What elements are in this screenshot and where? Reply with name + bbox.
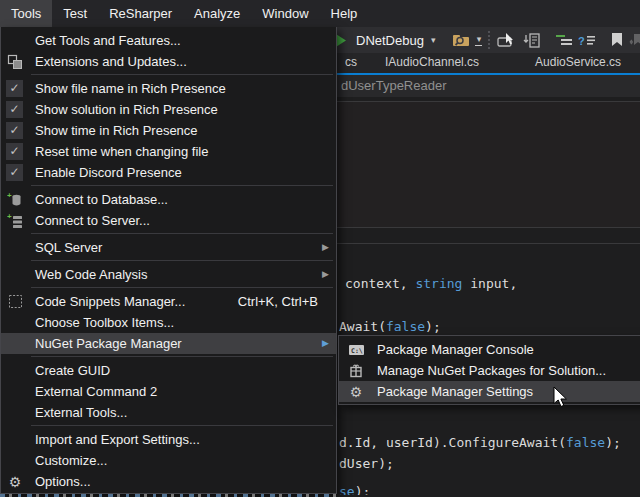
menu-item-manage-nuget-packages-for-solution[interactable]: Manage NuGet Packages for Solution... bbox=[339, 360, 640, 381]
menu-item-create-guid[interactable]: Create GUID bbox=[1, 360, 336, 381]
menu-item-choose-toolbox-items[interactable]: Choose Toolbox Items... bbox=[1, 312, 336, 333]
menu-item-package-manager-settings[interactable]: ⚙Package Manager Settings bbox=[339, 381, 640, 402]
menu-item-label: Reset time when changing file bbox=[35, 144, 208, 159]
mouse-cursor bbox=[553, 386, 568, 408]
menu-item-extensions-and-updates[interactable]: Extensions and Updates... bbox=[1, 51, 336, 72]
menu-item-label: Show solution in Rich Presence bbox=[35, 102, 218, 117]
search-folder-icon bbox=[452, 32, 470, 48]
run-button[interactable] bbox=[337, 28, 350, 52]
menu-item-label: Customize... bbox=[35, 453, 107, 468]
menu-item-label: Package Manager Console bbox=[377, 342, 534, 357]
code-token: ); bbox=[425, 319, 441, 334]
menubar-item-tools[interactable]: Tools bbox=[0, 0, 52, 27]
check-icon: ✓ bbox=[6, 101, 23, 118]
toolbar-grip bbox=[488, 31, 490, 49]
build-config-label[interactable]: DNetDebug bbox=[356, 33, 424, 48]
code-token: false bbox=[566, 435, 605, 450]
menu-item-label: Package Manager Settings bbox=[377, 384, 533, 399]
svg-text:?: ? bbox=[578, 35, 585, 47]
submenu-arrow-icon: ▶ bbox=[322, 264, 329, 285]
menu-item-code-snippets-manager[interactable]: Code Snippets Manager...Ctrl+K, Ctrl+B bbox=[1, 291, 336, 312]
menu-item-label: Create GUID bbox=[35, 363, 110, 378]
code-token: ); bbox=[355, 484, 371, 495]
menubar-item-test[interactable]: Test bbox=[52, 0, 98, 27]
gear-icon: ⚙ bbox=[346, 383, 366, 400]
submenu-arrow-icon: ▶ bbox=[322, 333, 329, 354]
menubar-item-window[interactable]: Window bbox=[251, 0, 319, 27]
menubar-item-resharper[interactable]: ReSharper bbox=[98, 0, 183, 27]
menu-item-label: NuGet Package Manager bbox=[35, 336, 182, 351]
menu-item-label: Web Code Analysis bbox=[35, 267, 148, 282]
toggle-bookmark-button[interactable] bbox=[608, 28, 626, 52]
chevron-down-icon[interactable]: ▾ bbox=[431, 35, 436, 45]
menu-item-web-code-analysis[interactable]: Web Code Analysis▶ bbox=[1, 264, 336, 285]
menu-item-package-manager-console[interactable]: C:\Package Manager Console bbox=[339, 339, 640, 360]
document-arrow-icon bbox=[522, 33, 540, 48]
code-line: d.Id, userId).ConfigureAwait(false); bbox=[339, 435, 621, 450]
code-token: se bbox=[339, 484, 355, 495]
tab-iaudiochannel-cs[interactable]: IAudioChannel.cs bbox=[379, 52, 485, 73]
region-divider bbox=[337, 243, 640, 244]
menu-item-label: Extensions and Updates... bbox=[35, 54, 187, 69]
check-icon: ✓ bbox=[6, 143, 23, 160]
menu-item-label: Import and Export Settings... bbox=[35, 432, 200, 447]
console-icon: C:\ bbox=[346, 341, 366, 358]
vs-window: ToolsTestReSharperAnalyzeWindowHelp DNet… bbox=[0, 0, 640, 497]
code-line: se); bbox=[339, 484, 370, 495]
menu-item-external-command-2[interactable]: External Command 2 bbox=[1, 381, 336, 402]
menu-item-connect-to-server[interactable]: +Connect to Server... bbox=[1, 210, 336, 231]
menu-item-options[interactable]: ⚙Options... bbox=[1, 471, 336, 492]
menu-item-nuget-package-manager[interactable]: NuGet Package Manager▶ bbox=[1, 333, 336, 354]
menu-separator bbox=[31, 260, 333, 261]
menu-item-connect-to-database[interactable]: +Connect to Database... bbox=[1, 189, 336, 210]
menu-item-enable-discord-presence[interactable]: ✓Enable Discord Presence bbox=[1, 162, 336, 183]
menu-item-label: Options... bbox=[35, 474, 91, 489]
cursor-frame-icon bbox=[497, 33, 516, 48]
menu-item-show-solution-in-rich-presence[interactable]: ✓Show solution in Rich Presence bbox=[1, 99, 336, 120]
menu-separator bbox=[31, 185, 333, 186]
menu-item-get-tools-and-features[interactable]: Get Tools and Features... bbox=[1, 30, 336, 51]
menu-item-customize[interactable]: Customize... bbox=[1, 450, 336, 471]
menu-item-label: Show time in Rich Presence bbox=[35, 123, 198, 138]
chevron-down-icon: ▾ bbox=[477, 34, 482, 44]
nuget-submenu: C:\Package Manager ConsoleManage NuGet P… bbox=[338, 335, 640, 405]
underline-bar bbox=[475, 45, 482, 46]
play-icon bbox=[337, 34, 347, 47]
code-line: dUser); bbox=[339, 456, 394, 471]
menubar-item-analyze[interactable]: Analyze bbox=[183, 0, 251, 27]
tab-audioservice-cs[interactable]: AudioService.cs bbox=[529, 52, 627, 73]
paste-format-button[interactable] bbox=[519, 28, 543, 52]
breadcrumb[interactable]: dUserTypeReader bbox=[337, 75, 640, 97]
code-token: ); bbox=[605, 435, 621, 450]
navigate-to-button[interactable] bbox=[494, 28, 519, 52]
menu-separator bbox=[31, 74, 333, 75]
find-in-files-button[interactable] bbox=[449, 28, 473, 52]
tab-cs[interactable]: cs bbox=[339, 52, 363, 73]
previous-bookmark-button[interactable] bbox=[626, 28, 640, 52]
menu-item-shortcut: Ctrl+K, Ctrl+B bbox=[238, 294, 336, 309]
menu-item-external-tools[interactable]: External Tools... bbox=[1, 402, 336, 423]
search-dropdown-button[interactable]: ▾ bbox=[475, 34, 482, 46]
ide-area: DNetDebug ▾ ▾ bbox=[337, 27, 640, 497]
svg-text:C:\: C:\ bbox=[351, 346, 363, 354]
submenu-arrow-icon: ▶ bbox=[322, 237, 329, 258]
menu-item-import-and-export-settings[interactable]: Import and Export Settings... bbox=[1, 429, 336, 450]
code-editor: context, string input,Await(false);d.Id,… bbox=[337, 97, 640, 495]
indent-lines-icon bbox=[556, 34, 572, 46]
menu-separator bbox=[31, 287, 333, 288]
code-token: dUser); bbox=[339, 456, 394, 471]
menu-item-label: External Tools... bbox=[35, 405, 127, 420]
format-document-button[interactable] bbox=[553, 28, 575, 52]
menubar-item-help[interactable]: Help bbox=[320, 0, 369, 27]
menu-item-sql-server[interactable]: SQL Server▶ bbox=[1, 237, 336, 258]
check-icon: ✓ bbox=[6, 164, 23, 181]
database-add-icon: + bbox=[6, 191, 24, 208]
menu-item-show-time-in-rich-presence[interactable]: ✓Show time in Rich Presence bbox=[1, 120, 336, 141]
menu-item-label: External Command 2 bbox=[35, 384, 157, 399]
menu-item-show-file-name-in-rich-presence[interactable]: ✓Show file name in Rich Presence bbox=[1, 78, 336, 99]
tab-bar: csIAudioChannel.csAudioService.cs bbox=[337, 53, 640, 75]
code-line: context, string input, bbox=[345, 276, 517, 291]
menu-item-label: Get Tools and Features... bbox=[35, 33, 181, 48]
comment-button[interactable]: ? bbox=[575, 28, 598, 52]
menu-item-reset-time-when-changing-file[interactable]: ✓Reset time when changing file bbox=[1, 141, 336, 162]
